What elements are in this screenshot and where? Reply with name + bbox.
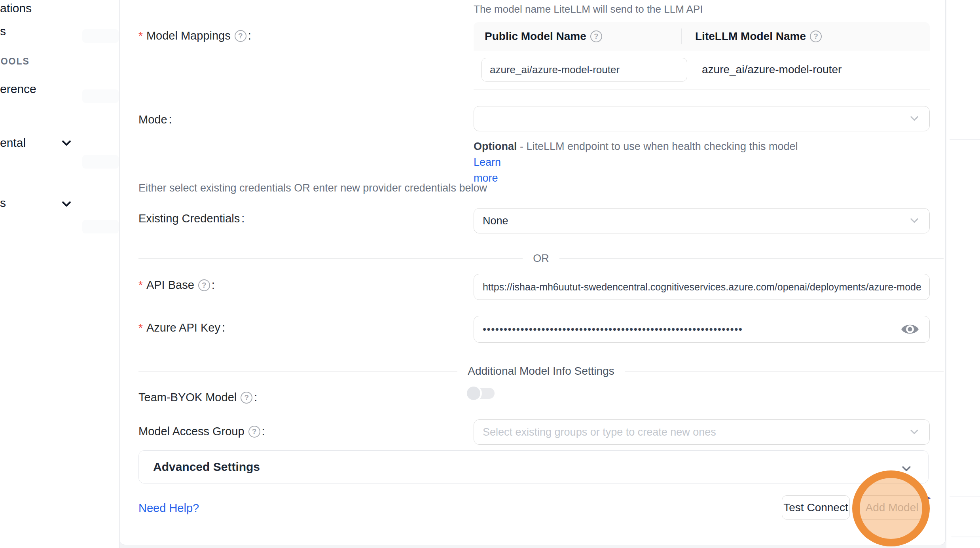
divider-line: [625, 371, 944, 372]
masked-api-key-value: ••••••••••••••••••••••••••••••••••••••••…: [483, 323, 870, 336]
header-label: LiteLLM Model Name: [695, 30, 806, 43]
table-header-public-model: Public Model Name ?: [485, 22, 602, 51]
help-glyph: ?: [202, 281, 207, 290]
sidebar-item-organizations[interactable]: ations: [0, 2, 32, 15]
sidebar-section-tools: TOOLS: [0, 56, 30, 67]
model-access-group-select[interactable]: Select existing groups or type to create…: [474, 419, 930, 445]
help-icon[interactable]: ?: [248, 426, 260, 438]
help-glyph: ?: [238, 32, 243, 40]
label-colon: :: [248, 29, 251, 42]
mode-label-text: Mode: [138, 113, 167, 126]
help-glyph: ?: [244, 393, 249, 402]
divider-line: [138, 258, 523, 259]
team-byok-toggle[interactable]: [467, 386, 495, 400]
sidebar-item-settings[interactable]: s: [0, 196, 6, 210]
required-asterisk: *: [138, 279, 143, 292]
model-access-group-label-text: Model Access Group: [138, 425, 245, 438]
additional-info-divider: Additional Model Info Settings: [138, 365, 944, 377]
sidebar-section-label: TOOLS: [0, 56, 30, 66]
column-divider: [681, 28, 682, 44]
chevron-down-icon: [909, 427, 920, 438]
mode-help-bold: Optional: [474, 140, 517, 152]
existing-credentials-label: Existing Credentials :: [138, 212, 245, 225]
sidebar-skeleton: [82, 29, 119, 43]
chevron-down-icon[interactable]: [61, 137, 72, 149]
chevron-down-icon[interactable]: [61, 198, 72, 210]
or-divider-text: OR: [523, 252, 559, 265]
toggle-knob: [467, 387, 480, 400]
sidebar-item-label: s: [0, 196, 6, 209]
need-help-link[interactable]: Need Help?: [138, 502, 199, 515]
public-model-name-input-wrap: [481, 58, 687, 82]
chevron-down-icon: [909, 113, 920, 124]
table-header-row: Public Model Name ? LiteLLM Model Name ?: [474, 22, 930, 51]
advanced-settings-title: Advanced Settings: [153, 460, 260, 474]
label-colon: :: [254, 391, 257, 404]
right-panel-edge: [946, 0, 980, 548]
help-glyph: ?: [813, 32, 818, 41]
header-label: Public Model Name: [485, 30, 586, 43]
label-colon: :: [212, 279, 215, 292]
divider-line: [138, 371, 457, 372]
mode-help-text: Optional - LiteLLM endpoint to use when …: [474, 138, 806, 186]
credentials-note: Either select existing credentials OR en…: [138, 182, 487, 194]
sidebar-item-keys[interactable]: s: [0, 25, 6, 38]
help-icon[interactable]: ?: [810, 30, 822, 42]
existing-credentials-value: None: [483, 215, 508, 227]
test-connect-button[interactable]: Test Connect: [782, 495, 850, 520]
sidebar-item-label: erence: [0, 82, 36, 95]
eye-icon[interactable]: [901, 322, 919, 336]
sidebar-item-label: ental: [0, 136, 26, 149]
azure-api-key-label: * Azure API Key :: [138, 321, 225, 334]
sidebar-skeleton: [82, 155, 119, 169]
model-access-group-label: Model Access Group ? :: [138, 425, 265, 438]
required-asterisk: *: [138, 322, 143, 334]
model-access-group-placeholder: Select existing groups or type to create…: [483, 426, 716, 438]
help-icon[interactable]: ?: [590, 30, 602, 42]
model-mappings-table: Public Model Name ? LiteLLM Model Name ?…: [474, 22, 930, 90]
team-byok-label-text: Team-BYOK Model: [138, 391, 237, 404]
model-mappings-label-text: Model Mappings: [146, 29, 231, 42]
sidebar-skeleton: [82, 89, 119, 103]
sidebar-item-experimental[interactable]: ental: [0, 136, 26, 150]
sidebar-skeleton: [82, 220, 119, 233]
help-icon[interactable]: ?: [198, 279, 210, 291]
api-base-label: * API Base ? :: [138, 279, 215, 292]
label-colon: :: [169, 113, 172, 126]
label-colon: :: [222, 321, 225, 334]
litellm-model-name-value: azure_ai/azure-model-router: [702, 58, 842, 82]
click-highlight-circle: [852, 470, 930, 546]
model-mappings-label: * Model Mappings ? :: [138, 29, 251, 42]
sidebar-item-label: s: [0, 25, 6, 38]
add-model-page: ations s TOOLS erence ental s The model …: [0, 0, 980, 548]
team-byok-label: Team-BYOK Model ? :: [138, 391, 257, 404]
help-icon[interactable]: ?: [241, 392, 252, 404]
table-header-litellm-model: LiteLLM Model Name ?: [695, 22, 822, 51]
help-glyph: ?: [594, 32, 599, 41]
chevron-down-icon: [909, 215, 920, 226]
learn-more-link[interactable]: Learn: [474, 156, 501, 168]
mode-label: Mode :: [138, 113, 172, 126]
azure-api-key-label-text: Azure API Key: [146, 321, 220, 334]
azure-api-key-input[interactable]: ••••••••••••••••••••••••••••••••••••••••…: [474, 316, 930, 343]
api-base-input-wrap: [474, 274, 930, 300]
api-base-input[interactable]: [483, 281, 921, 293]
sidebar: ations s TOOLS erence ental s: [0, 0, 119, 548]
label-colon: :: [262, 425, 265, 438]
public-model-name-input[interactable]: [490, 64, 679, 76]
learn-more-line1: Learn: [474, 156, 501, 168]
existing-credentials-select[interactable]: None: [474, 208, 930, 233]
divider-line: [559, 258, 944, 259]
advanced-settings-panel[interactable]: Advanced Settings: [138, 450, 929, 484]
existing-credentials-label-text: Existing Credentials: [138, 212, 240, 225]
sidebar-item-label: ations: [0, 2, 32, 15]
required-asterisk: *: [138, 30, 143, 42]
sidebar-item-api-reference[interactable]: erence: [0, 82, 36, 96]
model-name-hint: The model name LiteLLM will send to the …: [474, 3, 703, 15]
help-icon[interactable]: ?: [235, 30, 246, 42]
help-glyph: ?: [252, 427, 257, 436]
mode-help-body: - LiteLLM endpoint to use when health ch…: [520, 140, 798, 152]
label-colon: :: [241, 212, 245, 225]
additional-info-divider-text: Additional Model Info Settings: [457, 365, 624, 377]
mode-select[interactable]: [474, 106, 930, 131]
